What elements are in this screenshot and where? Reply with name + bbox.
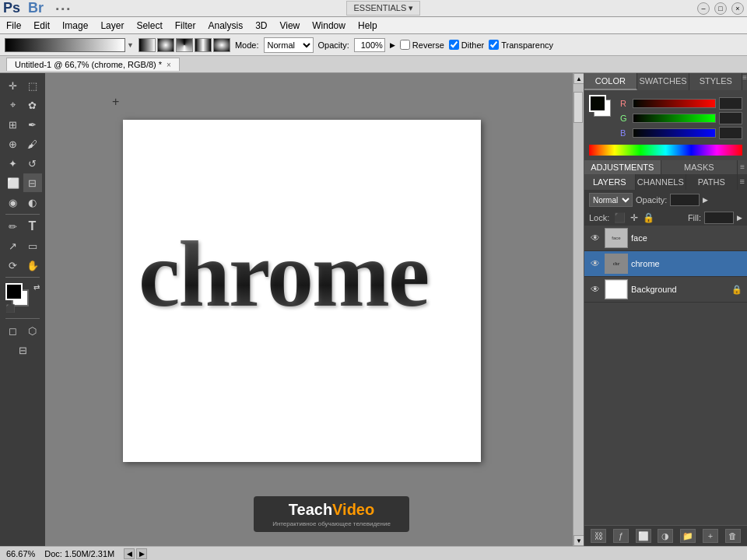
b-input[interactable]: 0 <box>719 127 742 139</box>
eraser-tool[interactable]: ⬜ <box>4 173 23 192</box>
color-panel-collapse[interactable]: ≡ <box>742 73 747 90</box>
r-input[interactable]: 4 <box>719 97 742 110</box>
lock-all-icon[interactable]: 🔒 <box>643 212 654 223</box>
menu-edit[interactable]: Edit <box>27 19 56 33</box>
clone-stamp-tool[interactable]: ✦ <box>4 154 23 173</box>
menu-file[interactable]: File <box>0 19 27 33</box>
scroll-thumb[interactable] <box>573 92 583 123</box>
tab-paths[interactable]: PATHS <box>686 174 738 190</box>
angle-gradient-btn[interactable] <box>176 38 193 52</box>
tab-swatches[interactable]: SWATCHES <box>637 73 690 90</box>
fg-color-swatch[interactable] <box>589 95 606 112</box>
color-spectrum[interactable] <box>589 145 742 156</box>
selection-tool[interactable]: ⬚ <box>23 76 42 95</box>
lasso-tool[interactable]: ⌖ <box>4 96 23 114</box>
gradient-preview[interactable] <box>5 38 125 52</box>
opacity-input[interactable]: 100% <box>354 38 385 52</box>
crop-tool[interactable]: ⊞ <box>4 115 23 134</box>
menu-view[interactable]: View <box>273 19 306 33</box>
radial-gradient-btn[interactable] <box>157 38 174 52</box>
foreground-color-box[interactable] <box>5 283 23 300</box>
r-slider[interactable] <box>633 99 716 108</box>
reflected-gradient-btn[interactable] <box>195 38 212 52</box>
document-tab[interactable]: Untitled-1 @ 66,7% (chrome, RGB/8) * × <box>6 58 180 71</box>
eyedropper-tool[interactable]: ✒ <box>23 115 42 134</box>
nav-prev-button[interactable]: ◀ <box>124 548 135 559</box>
pen-tool[interactable]: ✏ <box>4 217 23 236</box>
menu-help[interactable]: Help <box>352 19 384 33</box>
tab-layers[interactable]: LAYERS <box>584 174 636 190</box>
gradient-picker[interactable]: ▼ <box>5 38 134 52</box>
layer-style-button[interactable]: ƒ <box>613 529 629 543</box>
path-selection-tool[interactable]: ↗ <box>4 236 23 255</box>
vertical-scrollbar[interactable]: ▲ ▼ <box>573 73 584 546</box>
blend-mode-select[interactable]: Normal Multiply Screen <box>589 193 633 207</box>
dodge-tool[interactable]: ◐ <box>23 193 42 212</box>
essentials-btn[interactable]: ESSENTIALS ▾ <box>346 1 420 16</box>
b-slider[interactable] <box>633 128 716 138</box>
g-slider[interactable] <box>633 114 716 123</box>
scroll-down-button[interactable]: ▼ <box>573 535 584 546</box>
tab-masks[interactable]: MASKS <box>661 160 738 174</box>
menu-select[interactable]: Select <box>130 19 168 33</box>
layer-link-button[interactable]: ⛓ <box>591 529 606 543</box>
quick-select-tool[interactable]: ✿ <box>23 96 42 114</box>
tab-styles[interactable]: STYLES <box>689 73 742 90</box>
quick-mask-button[interactable]: ⬡ <box>23 321 42 340</box>
nav-next-button[interactable]: ▶ <box>136 548 147 559</box>
fill-input[interactable]: 100% <box>704 212 734 224</box>
adj-panel-collapse[interactable]: ≡ <box>738 160 747 174</box>
hand-tool[interactable]: ✋ <box>23 256 42 275</box>
document-canvas[interactable]: chrome <box>123 120 481 462</box>
3d-tool[interactable]: ⟳ <box>4 256 23 275</box>
opacity-field[interactable]: 100% <box>670 194 700 206</box>
g-input[interactable]: 7 <box>719 112 742 124</box>
screen-mode-button[interactable]: ⊟ <box>13 341 32 359</box>
spot-healing-tool[interactable]: ⊕ <box>4 135 23 153</box>
scroll-track[interactable] <box>573 84 584 535</box>
lock-pixels-icon[interactable]: ⬛ <box>614 212 626 223</box>
menu-filter[interactable]: Filter <box>169 19 202 33</box>
tab-color[interactable]: COLOR <box>584 73 637 90</box>
layer-visibility-chrome[interactable]: 👁 <box>589 257 601 270</box>
layer-visibility-face[interactable]: 👁 <box>589 232 601 244</box>
menu-window[interactable]: Window <box>306 19 352 33</box>
delete-layer-button[interactable]: 🗑 <box>725 529 741 543</box>
tab-close-button[interactable]: × <box>167 61 171 69</box>
swap-colors-button[interactable]: ⇄ <box>33 283 40 292</box>
restore-button[interactable]: □ <box>714 2 727 15</box>
transparency-checkbox[interactable] <box>489 40 499 50</box>
new-layer-button[interactable]: + <box>703 529 718 543</box>
standard-mode-button[interactable]: ◻ <box>4 321 23 340</box>
layer-item-face[interactable]: 👁 face face <box>584 226 747 251</box>
diamond-gradient-btn[interactable] <box>213 38 230 52</box>
reverse-checkbox[interactable] <box>400 40 410 50</box>
menu-image[interactable]: Image <box>56 19 94 33</box>
move-tool[interactable]: ✛ <box>4 76 23 95</box>
layer-item-background[interactable]: 👁 Background 🔒 <box>584 277 747 303</box>
dither-checkbox[interactable] <box>449 40 459 50</box>
opacity-arrow[interactable]: ▶ <box>390 41 395 49</box>
gradient-tool[interactable]: ⊟ <box>23 173 42 192</box>
menu-layer[interactable]: Layer <box>94 19 130 33</box>
default-colors-button[interactable]: ⬛ <box>5 304 15 313</box>
lock-position-icon[interactable]: ✛ <box>630 212 638 223</box>
linear-gradient-btn[interactable] <box>139 38 156 52</box>
close-button[interactable]: × <box>731 2 744 15</box>
shape-tool[interactable]: ▭ <box>23 236 42 255</box>
layer-visibility-background[interactable]: 👁 <box>589 283 601 296</box>
minimize-button[interactable]: – <box>697 2 710 15</box>
fill-arrow[interactable]: ▶ <box>737 214 742 222</box>
brush-tool[interactable]: 🖌 <box>23 135 42 153</box>
history-brush-tool[interactable]: ↺ <box>23 154 42 173</box>
tab-channels[interactable]: CHANNELS <box>636 174 687 190</box>
new-adjustment-button[interactable]: ◑ <box>658 529 673 543</box>
blur-tool[interactable]: ◉ <box>4 193 23 212</box>
layer-item-chrome[interactable]: 👁 chr chrome <box>584 251 747 277</box>
menu-analysis[interactable]: Analysis <box>202 19 249 33</box>
layers-panel-collapse[interactable]: ≡ <box>738 174 747 190</box>
scroll-up-button[interactable]: ▲ <box>573 73 584 84</box>
type-tool[interactable]: T <box>23 217 42 236</box>
layer-mask-button[interactable]: ⬜ <box>636 529 651 543</box>
mode-select[interactable]: Normal Dissolve Multiply <box>264 37 314 53</box>
